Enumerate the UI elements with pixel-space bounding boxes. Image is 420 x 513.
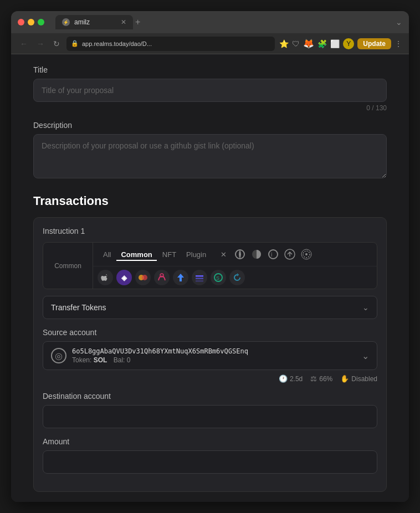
account-meta: Token: SOL Bal: 0 <box>72 356 356 364</box>
update-button[interactable]: Update <box>357 38 391 49</box>
dropdown-chevron-icon: ⌄ <box>362 303 369 312</box>
amount-group: Amount <box>43 437 377 474</box>
description-label: Description <box>33 121 387 130</box>
source-label: Source account <box>43 328 377 337</box>
account-details: 6o5L8ggAbaQVU3Dv31Qh68YXmtNuqX6SmRBm6vQG… <box>72 347 356 364</box>
source-account-selector[interactable]: ◎ 6o5L8ggAbaQVU3Dv31Qh68YXmtNuqX6SmRBm6v… <box>43 341 377 370</box>
svg-text:S: S <box>216 275 219 281</box>
stat-status: ✋ Disabled <box>340 375 377 383</box>
lock-icon: 🔒 <box>71 40 79 47</box>
account-token: SOL <box>94 356 107 364</box>
tab-favicon: ⚡ <box>62 18 70 26</box>
titlebar: ⚡ amilz ✕ + ⌄ <box>11 11 409 33</box>
profile-icon[interactable]: Y <box>343 38 354 49</box>
title-group: Title 0 / 130 <box>33 65 387 112</box>
metamask-icon[interactable]: 🦊 <box>303 38 314 49</box>
filter-tabs-wrapper: Common All Common NFT Plugin ✕ <box>43 243 377 289</box>
transfer-tokens-dropdown[interactable]: Transfer Tokens ⌄ <box>43 296 377 319</box>
stat-status-value: Disabled <box>351 375 377 383</box>
svg-rect-13 <box>196 280 203 282</box>
reader-icon[interactable]: ⬜ <box>330 39 340 48</box>
token-icon-tor[interactable]: ◈ <box>116 270 132 285</box>
char-count: 0 / 130 <box>33 104 387 112</box>
maximize-button[interactable] <box>38 19 44 25</box>
nav-bar: ← → ↻ 🔒 app.realms.today/dao/D... ⭐ 🛡 🦊 … <box>11 33 409 54</box>
tab-title: amilz <box>74 18 90 26</box>
nav-actions: ⭐ 🛡 🦊 🧩 ⬜ Y Update ⋮ <box>279 38 402 49</box>
filter-tabs-content: All Common NFT Plugin ✕ <box>93 243 377 289</box>
new-tab-button[interactable]: + <box>135 17 140 27</box>
bookmark-icon[interactable]: ⭐ <box>279 39 289 48</box>
amount-input[interactable] <box>43 450 377 474</box>
filter-sym-5[interactable] <box>299 247 314 261</box>
filter-sym-0[interactable]: ✕ <box>216 247 231 261</box>
page-content: Title 0 / 130 Description Transactions I… <box>11 54 409 502</box>
forward-button[interactable]: → <box>34 38 47 49</box>
filter-sym-3[interactable]: i <box>266 247 280 261</box>
amount-label: Amount <box>43 437 377 446</box>
tab-bar: ⚡ amilz ✕ + ⌄ <box>55 15 402 29</box>
token-icon-drift[interactable] <box>173 270 188 285</box>
transactions-heading: Transactions <box>33 194 387 208</box>
address-text: app.realms.today/dao/D... <box>82 40 152 47</box>
tab-common[interactable]: Common <box>116 248 156 261</box>
filter-tabs-row: All Common NFT Plugin ✕ <box>93 243 377 266</box>
description-input[interactable] <box>33 134 387 178</box>
svg-point-9 <box>142 275 147 280</box>
stat-time-value: 2.5d <box>290 375 303 383</box>
filter-sym-4[interactable] <box>283 247 297 261</box>
browser-window: ⚡ amilz ✕ + ⌄ ← → ↻ 🔒 app.realms.today/d… <box>11 11 409 502</box>
account-bal: 0 <box>127 356 131 364</box>
token-label: Token: <box>72 356 91 364</box>
destination-account-group: Destination account <box>43 392 377 428</box>
account-chevron-icon: ⌄ <box>362 351 369 361</box>
tab-all[interactable]: All <box>99 248 115 261</box>
tab-plugin[interactable]: Plugin <box>182 248 211 261</box>
stat-time: 🕐 2.5d <box>279 375 303 383</box>
instruction-label: Instruction 1 <box>43 227 377 235</box>
account-address: 6o5L8ggAbaQVU3Dv31Qh68YXmtNuqX6SmRBm6vQG… <box>72 347 356 355</box>
scales-icon: ⚖ <box>310 375 317 383</box>
title-input[interactable] <box>33 79 387 102</box>
title-label: Title <box>33 65 387 74</box>
address-bar[interactable]: 🔒 app.realms.today/dao/D... <box>66 37 275 51</box>
category-label: Common <box>43 243 93 289</box>
dropdown-label: Transfer Tokens <box>51 303 106 312</box>
source-account-group: Source account ◎ 6o5L8ggAbaQVU3Dv31Qh68Y… <box>43 328 377 383</box>
filter-container: Common All Common NFT Plugin ✕ <box>43 242 377 289</box>
instruction-card: Instruction 1 Common All Common NFT P <box>33 217 387 492</box>
clock-icon: 🕐 <box>279 375 288 383</box>
token-icon-refresh[interactable] <box>229 270 245 285</box>
account-icon: ◎ <box>51 348 66 363</box>
token-icon-synth[interactable]: S <box>211 270 226 285</box>
bal-label: Bal: <box>114 356 125 364</box>
filter-sym-2[interactable] <box>249 247 264 261</box>
minimize-button[interactable] <box>28 19 34 25</box>
stat-votes-value: 66% <box>319 375 332 383</box>
tab-close-icon[interactable]: ✕ <box>121 18 126 26</box>
back-button[interactable]: ← <box>18 38 30 49</box>
svg-rect-11 <box>196 275 203 277</box>
reload-button[interactable]: ↻ <box>51 38 62 49</box>
description-group: Description <box>33 121 387 181</box>
svg-point-2 <box>269 250 278 259</box>
filter-sym-1[interactable] <box>233 247 247 261</box>
destination-label: Destination account <box>43 392 377 401</box>
close-button[interactable] <box>18 19 24 25</box>
active-tab[interactable]: ⚡ amilz ✕ <box>55 15 133 29</box>
token-icon-apple[interactable] <box>98 270 113 285</box>
svg-rect-12 <box>196 278 203 280</box>
menu-icon[interactable]: ⋮ <box>395 39 402 48</box>
puzzle-icon[interactable]: 🧩 <box>317 39 327 48</box>
token-icon-stripe[interactable] <box>192 270 207 285</box>
traffic-lights <box>18 19 44 25</box>
stat-votes: ⚖ 66% <box>310 375 332 383</box>
alert-icon[interactable]: 🛡 <box>292 39 300 48</box>
tab-menu-icon[interactable]: ⌄ <box>396 18 402 27</box>
token-icon-multi[interactable] <box>135 270 151 285</box>
hand-icon: ✋ <box>340 375 349 383</box>
svg-text:i: i <box>271 252 272 258</box>
token-icon-skate[interactable] <box>154 270 170 285</box>
destination-input[interactable] <box>43 405 377 428</box>
tab-nft[interactable]: NFT <box>158 248 181 261</box>
